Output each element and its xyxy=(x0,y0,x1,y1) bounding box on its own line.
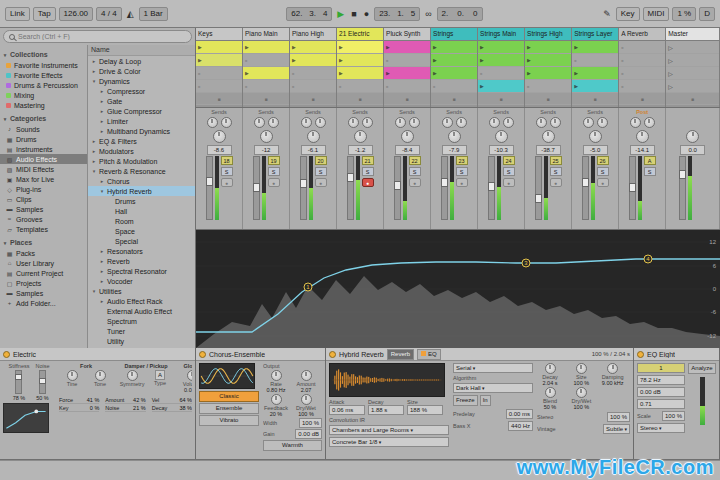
tree-item-special[interactable]: Special xyxy=(88,236,195,246)
stereo-field[interactable]: 100 % xyxy=(607,412,630,422)
browser-section-header-places[interactable]: ▾Places xyxy=(0,237,87,248)
eq-spectrum-display[interactable]: 1341260-6-12 xyxy=(196,230,720,348)
volume-fader[interactable] xyxy=(206,156,213,220)
volume-field[interactable]: -12 xyxy=(254,145,279,155)
noise-slider[interactable] xyxy=(39,370,46,394)
device-on-toggle[interactable] xyxy=(199,351,206,358)
volume-fader[interactable] xyxy=(394,156,401,220)
ir-file-select[interactable]: Concrete Bar 1/8 xyxy=(329,437,449,447)
sidebar-item-packs[interactable]: ▦Packs xyxy=(0,248,87,258)
param-value[interactable]: 0 % xyxy=(90,405,99,411)
search-input[interactable] xyxy=(18,33,186,40)
track-activator[interactable]: 24 xyxy=(503,156,515,165)
knob-value[interactable]: 100 % xyxy=(574,380,590,386)
sidebar-item-max-for-live[interactable]: ▣Max for Live xyxy=(0,174,87,184)
send-b-knob[interactable] xyxy=(268,117,279,128)
track-activator[interactable]: 23 xyxy=(456,156,468,165)
routing-select[interactable]: Serial xyxy=(453,363,533,373)
track-header-strings-layer[interactable]: Strings Layer xyxy=(572,28,618,41)
pan-knob[interactable] xyxy=(448,130,461,143)
clip-slot[interactable]: ■ xyxy=(337,80,383,93)
loop-length-bars[interactable]: 2. xyxy=(442,9,449,19)
send-b-knob[interactable] xyxy=(597,117,608,128)
stiffness-slider[interactable] xyxy=(15,370,22,394)
tree-item-resonators[interactable]: ▸Resonators xyxy=(88,246,195,256)
browser-section-header-collections[interactable]: ▾Collections xyxy=(0,49,87,60)
send-a-knob[interactable] xyxy=(207,117,218,128)
tree-item-vocoder[interactable]: ▸Vocoder xyxy=(88,276,195,286)
tree-item-compressor[interactable]: ▸Compressor xyxy=(88,86,195,96)
mode-classic[interactable]: Classic xyxy=(199,391,259,402)
amount-knob[interactable] xyxy=(301,370,312,381)
pan-knob[interactable] xyxy=(495,130,508,143)
volume-field[interactable]: -8.6 xyxy=(207,145,232,155)
track-activator[interactable]: 22 xyxy=(409,156,421,165)
pan-knob[interactable] xyxy=(213,130,226,143)
gain-field[interactable]: 0.00 dB xyxy=(637,387,685,397)
tree-item-chorus[interactable]: ▸Chorus xyxy=(88,176,195,186)
send-b-knob[interactable] xyxy=(409,117,420,128)
volume-fader[interactable] xyxy=(679,156,686,220)
track-activator[interactable]: 25 xyxy=(550,156,562,165)
volume-fader[interactable] xyxy=(582,156,589,220)
sidebar-item-favorite-effects[interactable]: Favorite Effects xyxy=(0,70,87,80)
tree-item-reverb-resonance[interactable]: ▾Reverb & Resonance xyxy=(88,166,195,176)
sidebar-item-plug-ins[interactable]: ◇Plug-ins xyxy=(0,184,87,194)
track-activator[interactable]: 20 xyxy=(315,156,327,165)
clip-slot[interactable]: ■ xyxy=(619,54,665,67)
clip[interactable]: ▶ xyxy=(431,41,477,54)
fader-handle[interactable] xyxy=(488,182,495,191)
arm-button[interactable]: ● xyxy=(315,178,327,187)
device-on-toggle[interactable] xyxy=(3,351,10,358)
pan-knob[interactable] xyxy=(354,130,367,143)
send-a-knob[interactable] xyxy=(630,117,641,128)
pan-knob[interactable] xyxy=(686,130,699,143)
clip-slot[interactable]: ■ xyxy=(243,54,289,67)
arm-button[interactable]: ● xyxy=(503,178,515,187)
sidebar-item-mastering[interactable]: Mastering xyxy=(0,100,87,110)
damping-knob[interactable] xyxy=(607,363,618,374)
browser-search[interactable] xyxy=(3,30,192,43)
fader-handle[interactable] xyxy=(679,170,686,179)
volume-field[interactable]: -38.7 xyxy=(536,145,561,155)
send-b-knob[interactable] xyxy=(362,117,373,128)
clip[interactable]: ▶ xyxy=(290,54,336,67)
volume-field[interactable]: -14.1 xyxy=(630,145,655,155)
clip-slot[interactable]: ■ xyxy=(243,80,289,93)
fader-handle[interactable] xyxy=(206,177,213,186)
clip-slot[interactable]: ■ xyxy=(525,80,571,93)
sidebar-item-favorite-instruments[interactable]: Favorite Instruments xyxy=(0,60,87,70)
clip[interactable]: ▶ xyxy=(572,41,618,54)
volume-fader[interactable] xyxy=(347,156,354,220)
decay-field[interactable]: 1.88 s xyxy=(368,405,404,415)
arm-button[interactable]: ● xyxy=(597,178,609,187)
freeze-in-button[interactable]: In xyxy=(480,395,491,406)
clip-slot[interactable]: ■ xyxy=(290,80,336,93)
tree-name-header[interactable]: Name xyxy=(88,45,195,56)
stop-button[interactable]: ■ xyxy=(349,9,358,19)
loop-length-beats[interactable]: 0. xyxy=(457,9,464,19)
param-value[interactable]: 42 % xyxy=(133,397,146,403)
solo-button[interactable]: S xyxy=(362,167,374,176)
loop-length-display[interactable]: 2. 0. 0 xyxy=(437,7,483,21)
solo-button[interactable]: S xyxy=(597,167,609,176)
quantize-menu[interactable]: 1 Bar xyxy=(139,7,168,21)
gain-field[interactable]: 0.00 dB xyxy=(295,429,322,439)
send-b-knob[interactable] xyxy=(503,117,514,128)
track-header-strings-main[interactable]: Strings Main xyxy=(478,28,524,41)
clip-slot[interactable]: ▷ xyxy=(666,54,719,67)
stop-clips-slot[interactable]: ■ xyxy=(478,93,524,105)
symmetry-knob[interactable] xyxy=(127,370,138,381)
sidebar-item-projects[interactable]: ▢Projects xyxy=(0,278,87,288)
volume-fader[interactable] xyxy=(535,156,542,220)
tree-item-hybrid-reverb[interactable]: ▾Hybrid Reverb xyxy=(88,186,195,196)
solo-button[interactable]: S xyxy=(221,167,233,176)
freq-field[interactable]: 78.2 Hz xyxy=(637,375,685,385)
send-a-knob[interactable] xyxy=(395,117,406,128)
volume-field[interactable]: -8.4 xyxy=(395,145,420,155)
warmth-toggle[interactable]: Warmth xyxy=(263,440,322,451)
tree-item-utility[interactable]: Utility xyxy=(88,336,195,346)
slider-handle[interactable] xyxy=(15,374,22,380)
volume-fader[interactable] xyxy=(441,156,448,220)
clip[interactable]: ▶ xyxy=(337,67,383,80)
